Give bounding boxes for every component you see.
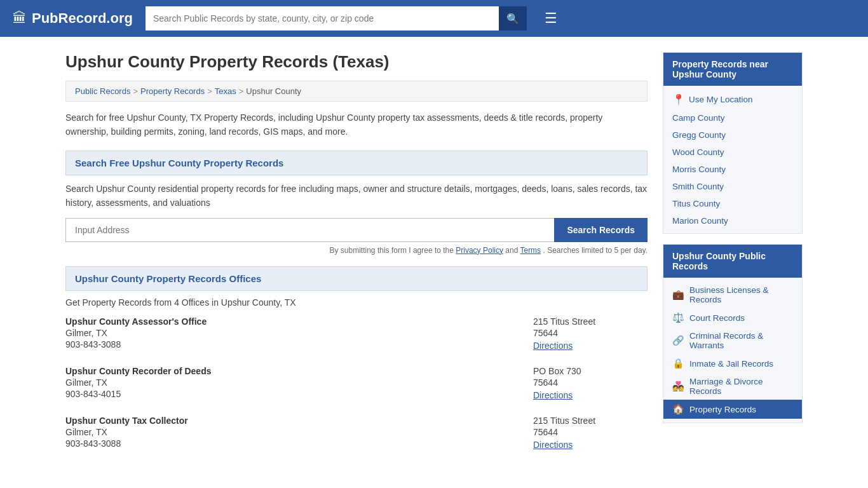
nearby-camp[interactable]: Camp County xyxy=(663,109,802,126)
form-disclaimer: By submitting this form I agree to the P… xyxy=(65,246,648,255)
terms-link[interactable]: Terms xyxy=(520,246,541,255)
sidebar: Property Records near Upshur County 📍 Us… xyxy=(663,52,803,465)
nearby-camp-link[interactable]: Camp County xyxy=(672,113,725,123)
main-container: Upshur County Property Records (Texas) P… xyxy=(53,37,815,480)
court-link[interactable]: Court Records xyxy=(689,313,745,323)
nearby-morris-link[interactable]: Morris County xyxy=(672,165,726,174)
disclaimer-and: and xyxy=(505,246,520,255)
search-records-button[interactable]: Search Records xyxy=(554,218,648,242)
office-city-recorder: Gilmer, TX xyxy=(65,377,520,388)
nearby-marion[interactable]: Marion County xyxy=(663,212,802,229)
privacy-policy-link[interactable]: Privacy Policy xyxy=(456,246,503,255)
nearby-wood[interactable]: Wood County xyxy=(663,144,802,161)
record-court[interactable]: ⚖️ Court Records xyxy=(663,308,802,327)
search-section-header: Search Free Upshur County Property Recor… xyxy=(65,151,648,175)
office-phone-tax: 903-843-3088 xyxy=(65,438,520,449)
nearby-wood-link[interactable]: Wood County xyxy=(672,147,724,157)
site-logo[interactable]: 🏛 PubRecord.org xyxy=(13,10,133,27)
disclaimer-limit: . Searches limited to 5 per day. xyxy=(543,246,648,255)
breadcrumb-sep-3: > xyxy=(239,86,244,96)
inmate-link[interactable]: Inmate & Jail Records xyxy=(689,359,773,369)
office-card-tax: Upshur County Tax Collector Gilmer, TX 9… xyxy=(65,416,648,450)
use-location-label: Use My Location xyxy=(689,95,753,104)
office-phone-recorder: 903-843-4015 xyxy=(65,389,520,399)
inmate-icon: 🔒 xyxy=(672,358,684,369)
search-section: Search Free Upshur County Property Recor… xyxy=(65,151,648,255)
location-pin-icon: 📍 xyxy=(672,93,685,105)
breadcrumb-current: Upshur County xyxy=(246,86,301,96)
public-records-title: Upshur County Public Records xyxy=(663,245,802,278)
page-description: Search for free Upshur County, TX Proper… xyxy=(65,111,648,139)
breadcrumb-sep-1: > xyxy=(133,86,138,96)
record-property[interactable]: 🏠 Property Records xyxy=(663,400,802,419)
office-street-assessor: 215 Titus Street xyxy=(533,316,648,327)
breadcrumb-property-records[interactable]: Property Records xyxy=(140,86,205,96)
nearby-smith-link[interactable]: Smith County xyxy=(672,182,724,191)
record-inmate[interactable]: 🔒 Inmate & Jail Records xyxy=(663,354,802,373)
breadcrumb: Public Records > Property Records > Texa… xyxy=(65,81,648,102)
offices-section-header: Upshur County Property Records Offices xyxy=(65,266,648,291)
search-form-description: Search Upshur County residential propert… xyxy=(65,182,648,210)
business-link[interactable]: Business Licenses & Records xyxy=(689,285,793,304)
nearby-counties-list: 📍 Use My Location Camp County Gregg Coun… xyxy=(663,86,802,233)
criminal-icon: 🔗 xyxy=(672,335,684,346)
nearby-smith[interactable]: Smith County xyxy=(663,178,802,195)
directions-link-recorder[interactable]: Directions xyxy=(533,390,573,400)
office-street-tax: 215 Titus Street xyxy=(533,416,648,426)
use-my-location-item[interactable]: 📍 Use My Location xyxy=(663,90,802,109)
nearby-titus-link[interactable]: Titus County xyxy=(672,199,720,208)
nearby-marion-link[interactable]: Marion County xyxy=(672,216,728,226)
header-search-bar: 🔍 xyxy=(146,6,527,30)
office-street-recorder: PO Box 730 xyxy=(533,366,648,376)
site-header: 🏛 PubRecord.org 🔍 ☰ xyxy=(0,0,868,37)
header-search-button[interactable]: 🔍 xyxy=(499,6,527,30)
address-search-row: Search Records xyxy=(65,218,648,242)
office-address-recorder: PO Box 730 75644 Directions xyxy=(533,366,648,400)
directions-link-assessor[interactable]: Directions xyxy=(533,341,573,351)
property-icon: 🏠 xyxy=(672,403,684,415)
marriage-link[interactable]: Marriage & Divorce Records xyxy=(689,377,793,396)
address-input[interactable] xyxy=(65,218,554,242)
nearby-gregg[interactable]: Gregg County xyxy=(663,126,802,144)
office-card-recorder: Upshur County Recorder of Deeds Gilmer, … xyxy=(65,366,648,400)
office-address-tax: 215 Titus Street 75644 Directions xyxy=(533,416,648,450)
office-card-assessor: Upshur County Assessor's Office Gilmer, … xyxy=(65,316,648,351)
public-records-list: 💼 Business Licenses & Records ⚖️ Court R… xyxy=(663,278,802,423)
record-business[interactable]: 💼 Business Licenses & Records xyxy=(663,281,802,308)
office-name-tax: Upshur County Tax Collector xyxy=(65,416,520,426)
breadcrumb-public-records[interactable]: Public Records xyxy=(75,86,130,96)
offices-section: Upshur County Property Records Offices G… xyxy=(65,266,648,450)
office-info-recorder: Upshur County Recorder of Deeds Gilmer, … xyxy=(65,366,520,400)
office-zip-tax: 75644 xyxy=(533,427,648,437)
nearby-morris[interactable]: Morris County xyxy=(663,161,802,178)
office-info-assessor: Upshur County Assessor's Office Gilmer, … xyxy=(65,316,520,351)
office-address-assessor: 215 Titus Street 75644 Directions xyxy=(533,316,648,351)
nearby-titus[interactable]: Titus County xyxy=(663,195,802,212)
office-name-recorder: Upshur County Recorder of Deeds xyxy=(65,366,520,376)
office-phone-assessor: 903-843-3088 xyxy=(65,339,520,349)
office-info-tax: Upshur County Tax Collector Gilmer, TX 9… xyxy=(65,416,520,450)
breadcrumb-texas[interactable]: Texas xyxy=(215,86,236,96)
marriage-icon: 💑 xyxy=(672,381,684,392)
record-marriage[interactable]: 💑 Marriage & Divorce Records xyxy=(663,373,802,400)
logo-icon: 🏛 xyxy=(13,10,27,27)
court-icon: ⚖️ xyxy=(672,312,684,323)
disclaimer-text: By submitting this form I agree to the xyxy=(330,246,454,255)
header-search-input[interactable] xyxy=(146,6,499,30)
breadcrumb-sep-2: > xyxy=(207,86,212,96)
nearby-counties-title: Property Records near Upshur County xyxy=(663,53,802,86)
nearby-gregg-link[interactable]: Gregg County xyxy=(672,130,726,140)
office-city-assessor: Gilmer, TX xyxy=(65,328,520,338)
page-title: Upshur County Property Records (Texas) xyxy=(65,52,648,72)
logo-text: PubRecord.org xyxy=(32,10,133,27)
office-name-assessor: Upshur County Assessor's Office xyxy=(65,316,520,327)
offices-description: Get Property Records from 4 Offices in U… xyxy=(65,297,648,308)
record-criminal[interactable]: 🔗 Criminal Records & Warrants xyxy=(663,327,802,354)
office-zip-recorder: 75644 xyxy=(533,377,648,388)
business-icon: 💼 xyxy=(672,289,684,301)
criminal-link[interactable]: Criminal Records & Warrants xyxy=(689,331,793,350)
directions-link-tax[interactable]: Directions xyxy=(533,440,573,450)
nearby-counties-section: Property Records near Upshur County 📍 Us… xyxy=(663,52,803,234)
property-link[interactable]: Property Records xyxy=(689,405,756,414)
hamburger-menu-icon[interactable]: ☰ xyxy=(545,10,557,27)
